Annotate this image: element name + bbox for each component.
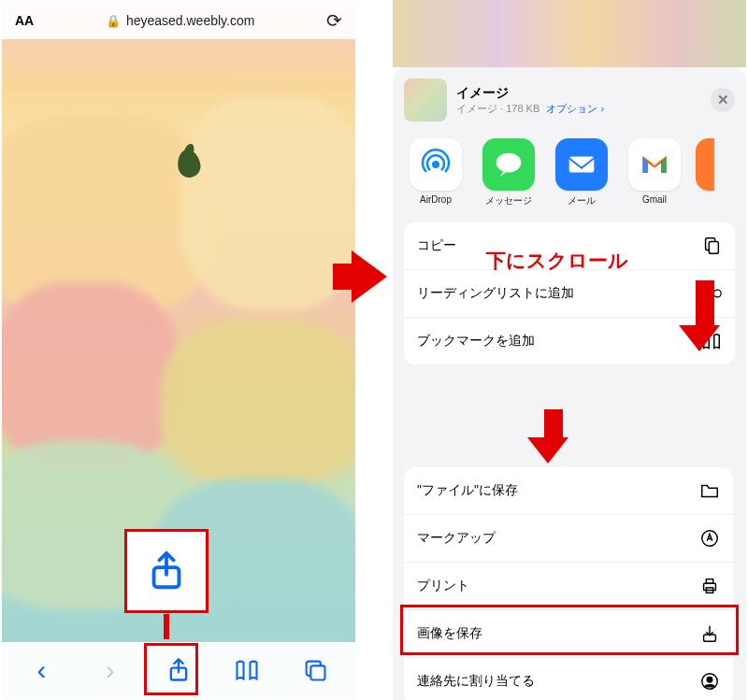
arrow-down-annotation-1: [690, 280, 720, 351]
share-button[interactable]: [153, 648, 204, 693]
text-size-icon[interactable]: AA: [15, 13, 34, 28]
background-strip: [393, 0, 746, 67]
action-assign-contact[interactable]: 連絡先に割り当てる: [404, 657, 733, 700]
share-icon: [165, 657, 192, 683]
markup-icon: [699, 528, 720, 549]
share-highlight: [124, 529, 209, 613]
lock-icon: 🔒: [106, 14, 121, 28]
arrow-right-annotation: [352, 250, 387, 303]
book-icon: [234, 657, 260, 683]
action-reading-list[interactable]: リーディングリストに追加: [404, 269, 735, 317]
folder-icon: [699, 480, 720, 501]
svg-rect-3: [311, 665, 325, 679]
printer-icon: [699, 576, 720, 596]
arrow-down-annotation-2: [539, 409, 568, 464]
copy-icon: [701, 236, 722, 256]
back-button[interactable]: ‹: [17, 648, 67, 693]
contact-icon: [699, 671, 720, 692]
svg-rect-13: [706, 579, 712, 584]
mail-icon: [555, 138, 608, 191]
sheet-header: イメージ イメージ · 178 KB オプション › ✕: [393, 67, 746, 133]
action-markup[interactable]: マークアップ: [404, 514, 733, 562]
svg-point-17: [707, 677, 712, 682]
svg-point-4: [432, 161, 439, 168]
action-save-image[interactable]: 画像を保存: [404, 609, 733, 657]
options-link[interactable]: オプション ›: [546, 103, 604, 114]
bottom-toolbar: ‹ ›: [2, 642, 355, 698]
tabs-icon: [302, 657, 328, 683]
action-list-bottom: "ファイル"に保存 マークアップ プリント 画像を保存 連絡先に割り当てる: [404, 467, 733, 700]
url-text[interactable]: heyeased.weebly.com: [126, 13, 254, 28]
scroll-hint-text: 下にスクロール: [486, 248, 628, 274]
forward-button: ›: [85, 648, 136, 693]
airdrop-icon: [410, 138, 462, 191]
bookmarks-button[interactable]: [222, 648, 272, 693]
share-icon-large: [145, 550, 188, 593]
svg-point-5: [496, 153, 522, 173]
share-target-more[interactable]: [696, 138, 714, 207]
svg-rect-8: [709, 241, 718, 253]
close-icon: ✕: [717, 92, 729, 108]
sheet-title: イメージ: [456, 85, 711, 102]
share-targets-row[interactable]: AirDrop メッセージ メール Gmail: [393, 133, 746, 217]
svg-rect-6: [569, 156, 595, 172]
share-target-mail[interactable]: メール: [550, 138, 613, 207]
tabs-button[interactable]: [290, 648, 340, 693]
safari-screenshot: AA 🔒 heyeased.weebly.com ⟳ ‹ ›: [2, 2, 355, 698]
sheet-subtitle: イメージ · 178 KB オプション ›: [456, 102, 711, 116]
share-target-gmail[interactable]: Gmail: [623, 138, 686, 207]
share-target-message[interactable]: メッセージ: [477, 138, 540, 207]
svg-rect-12: [704, 583, 716, 590]
share-target-airdrop[interactable]: AirDrop: [404, 138, 468, 207]
refresh-icon[interactable]: ⟳: [326, 9, 342, 32]
action-print[interactable]: プリント: [404, 562, 733, 609]
annotation-connector: [164, 614, 169, 639]
message-icon: [482, 138, 535, 191]
gmail-icon: [628, 138, 681, 191]
action-save-files[interactable]: "ファイル"に保存: [404, 467, 733, 514]
preview-thumbnail: [404, 79, 447, 121]
download-icon: [699, 623, 720, 644]
close-button[interactable]: ✕: [711, 88, 735, 112]
address-bar: AA 🔒 heyeased.weebly.com ⟳: [2, 2, 355, 39]
